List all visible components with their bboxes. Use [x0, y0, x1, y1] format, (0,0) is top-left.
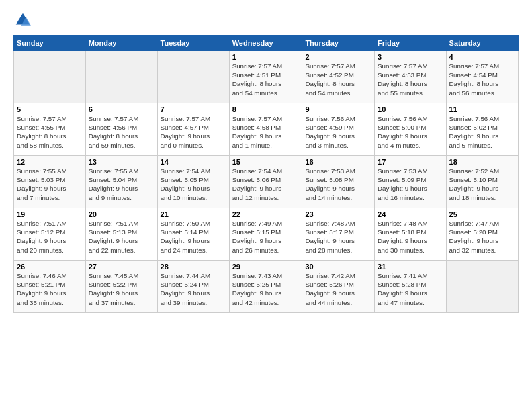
day-info: Sunrise: 7:52 AM Sunset: 5:10 PM Dayligh…: [449, 167, 515, 202]
page: SundayMondayTuesdayWednesdayThursdayFrid…: [0, 0, 532, 411]
day-info: Sunrise: 7:55 AM Sunset: 5:04 PM Dayligh…: [89, 167, 154, 202]
calendar-cell: 20Sunrise: 7:51 AM Sunset: 5:13 PM Dayli…: [85, 208, 157, 261]
calendar-cell: 26Sunrise: 7:46 AM Sunset: 5:21 PM Dayli…: [14, 261, 86, 313]
calendar-cell: 14Sunrise: 7:54 AM Sunset: 5:05 PM Dayli…: [157, 156, 229, 208]
day-number: 3: [378, 53, 443, 61]
calendar-cell: 29Sunrise: 7:43 AM Sunset: 5:25 PM Dayli…: [229, 261, 302, 313]
day-info: Sunrise: 7:51 AM Sunset: 5:13 PM Dayligh…: [89, 219, 154, 255]
day-number: 20: [89, 210, 154, 218]
calendar-cell: [14, 51, 86, 103]
calendar: SundayMondayTuesdayWednesdayThursdayFrid…: [13, 35, 519, 313]
day-number: 13: [89, 158, 154, 166]
calendar-cell: 18Sunrise: 7:52 AM Sunset: 5:10 PM Dayli…: [446, 156, 518, 208]
calendar-week-2: 5Sunrise: 7:57 AM Sunset: 4:55 PM Daylig…: [14, 103, 519, 156]
day-number: 15: [232, 158, 300, 166]
weekday-row: SundayMondayTuesdayWednesdayThursdayFrid…: [14, 36, 519, 51]
day-number: 17: [378, 158, 443, 166]
weekday-header-wednesday: Wednesday: [229, 36, 302, 51]
day-info: Sunrise: 7:57 AM Sunset: 4:56 PM Dayligh…: [89, 114, 154, 150]
calendar-cell: 16Sunrise: 7:53 AM Sunset: 5:08 PM Dayli…: [302, 156, 375, 208]
calendar-cell: 27Sunrise: 7:45 AM Sunset: 5:22 PM Dayli…: [85, 261, 157, 313]
day-info: Sunrise: 7:48 AM Sunset: 5:18 PM Dayligh…: [378, 219, 443, 255]
day-number: 30: [305, 263, 371, 271]
calendar-cell: 12Sunrise: 7:55 AM Sunset: 5:03 PM Dayli…: [14, 156, 86, 208]
calendar-cell: 24Sunrise: 7:48 AM Sunset: 5:18 PM Dayli…: [375, 208, 447, 261]
calendar-cell: 11Sunrise: 7:56 AM Sunset: 5:02 PM Dayli…: [446, 103, 518, 156]
day-number: 26: [17, 263, 83, 271]
calendar-cell: 21Sunrise: 7:50 AM Sunset: 5:14 PM Dayli…: [157, 208, 229, 261]
weekday-header-tuesday: Tuesday: [157, 36, 229, 51]
day-number: 19: [17, 210, 83, 218]
calendar-cell: 3Sunrise: 7:57 AM Sunset: 4:53 PM Daylig…: [375, 51, 447, 103]
day-number: 5: [17, 105, 83, 113]
day-number: 6: [89, 105, 154, 113]
weekday-header-saturday: Saturday: [446, 36, 518, 51]
calendar-cell: [157, 51, 229, 103]
day-info: Sunrise: 7:57 AM Sunset: 4:52 PM Dayligh…: [305, 62, 371, 97]
calendar-cell: 7Sunrise: 7:57 AM Sunset: 4:57 PM Daylig…: [157, 103, 229, 156]
day-info: Sunrise: 7:47 AM Sunset: 5:20 PM Dayligh…: [449, 219, 515, 255]
calendar-cell: 17Sunrise: 7:53 AM Sunset: 5:09 PM Dayli…: [375, 156, 447, 208]
day-number: 10: [378, 105, 443, 113]
day-info: Sunrise: 7:50 AM Sunset: 5:14 PM Dayligh…: [161, 219, 226, 255]
day-number: 18: [449, 158, 515, 166]
calendar-cell: 30Sunrise: 7:42 AM Sunset: 5:26 PM Dayli…: [302, 261, 375, 313]
calendar-cell: 22Sunrise: 7:49 AM Sunset: 5:15 PM Dayli…: [229, 208, 302, 261]
day-number: 2: [305, 53, 371, 61]
calendar-cell: 6Sunrise: 7:57 AM Sunset: 4:56 PM Daylig…: [85, 103, 157, 156]
day-info: Sunrise: 7:56 AM Sunset: 5:00 PM Dayligh…: [378, 114, 443, 150]
day-info: Sunrise: 7:56 AM Sunset: 4:59 PM Dayligh…: [305, 114, 371, 150]
day-info: Sunrise: 7:45 AM Sunset: 5:22 PM Dayligh…: [89, 271, 154, 307]
day-number: 4: [449, 53, 515, 61]
calendar-cell: [446, 261, 518, 313]
calendar-cell: 19Sunrise: 7:51 AM Sunset: 5:12 PM Dayli…: [14, 208, 86, 261]
day-info: Sunrise: 7:56 AM Sunset: 5:02 PM Dayligh…: [449, 114, 515, 150]
day-info: Sunrise: 7:57 AM Sunset: 4:58 PM Dayligh…: [232, 114, 300, 150]
logo-icon: [13, 11, 32, 30]
day-info: Sunrise: 7:48 AM Sunset: 5:17 PM Dayligh…: [305, 219, 371, 255]
day-number: 27: [89, 263, 154, 271]
calendar-cell: 8Sunrise: 7:57 AM Sunset: 4:58 PM Daylig…: [229, 103, 302, 156]
day-number: 24: [378, 210, 443, 218]
header: [13, 11, 519, 30]
calendar-week-4: 19Sunrise: 7:51 AM Sunset: 5:12 PM Dayli…: [14, 208, 519, 261]
calendar-cell: 9Sunrise: 7:56 AM Sunset: 4:59 PM Daylig…: [302, 103, 375, 156]
weekday-header-friday: Friday: [375, 36, 447, 51]
day-info: Sunrise: 7:54 AM Sunset: 5:06 PM Dayligh…: [232, 167, 300, 202]
calendar-cell: 2Sunrise: 7:57 AM Sunset: 4:52 PM Daylig…: [302, 51, 375, 103]
day-number: 23: [305, 210, 371, 218]
day-number: 1: [232, 53, 300, 61]
day-info: Sunrise: 7:51 AM Sunset: 5:12 PM Dayligh…: [17, 219, 83, 255]
day-info: Sunrise: 7:54 AM Sunset: 5:05 PM Dayligh…: [161, 167, 226, 202]
calendar-cell: 5Sunrise: 7:57 AM Sunset: 4:55 PM Daylig…: [14, 103, 86, 156]
calendar-body: 1Sunrise: 7:57 AM Sunset: 4:51 PM Daylig…: [14, 51, 519, 313]
day-info: Sunrise: 7:44 AM Sunset: 5:24 PM Dayligh…: [161, 271, 226, 307]
day-info: Sunrise: 7:43 AM Sunset: 5:25 PM Dayligh…: [232, 271, 300, 307]
calendar-cell: 1Sunrise: 7:57 AM Sunset: 4:51 PM Daylig…: [229, 51, 302, 103]
day-number: 7: [161, 105, 226, 113]
day-info: Sunrise: 7:49 AM Sunset: 5:15 PM Dayligh…: [232, 219, 300, 255]
day-info: Sunrise: 7:42 AM Sunset: 5:26 PM Dayligh…: [305, 271, 371, 307]
calendar-cell: 23Sunrise: 7:48 AM Sunset: 5:17 PM Dayli…: [302, 208, 375, 261]
calendar-cell: 13Sunrise: 7:55 AM Sunset: 5:04 PM Dayli…: [85, 156, 157, 208]
day-number: 8: [232, 105, 300, 113]
day-info: Sunrise: 7:57 AM Sunset: 4:51 PM Dayligh…: [232, 62, 300, 97]
weekday-header-sunday: Sunday: [14, 36, 86, 51]
day-info: Sunrise: 7:46 AM Sunset: 5:21 PM Dayligh…: [17, 271, 83, 307]
day-number: 28: [161, 263, 226, 271]
day-info: Sunrise: 7:53 AM Sunset: 5:08 PM Dayligh…: [305, 167, 371, 202]
calendar-cell: 4Sunrise: 7:57 AM Sunset: 4:54 PM Daylig…: [446, 51, 518, 103]
day-number: 11: [449, 105, 515, 113]
day-info: Sunrise: 7:55 AM Sunset: 5:03 PM Dayligh…: [17, 167, 83, 202]
day-number: 12: [17, 158, 83, 166]
day-number: 9: [305, 105, 371, 113]
day-number: 31: [378, 263, 443, 271]
calendar-cell: 15Sunrise: 7:54 AM Sunset: 5:06 PM Dayli…: [229, 156, 302, 208]
weekday-header-monday: Monday: [85, 36, 157, 51]
day-number: 21: [161, 210, 226, 218]
calendar-cell: 31Sunrise: 7:41 AM Sunset: 5:28 PM Dayli…: [375, 261, 447, 313]
calendar-cell: 25Sunrise: 7:47 AM Sunset: 5:20 PM Dayli…: [446, 208, 518, 261]
day-info: Sunrise: 7:41 AM Sunset: 5:28 PM Dayligh…: [378, 271, 443, 307]
day-number: 22: [232, 210, 300, 218]
day-number: 14: [161, 158, 226, 166]
